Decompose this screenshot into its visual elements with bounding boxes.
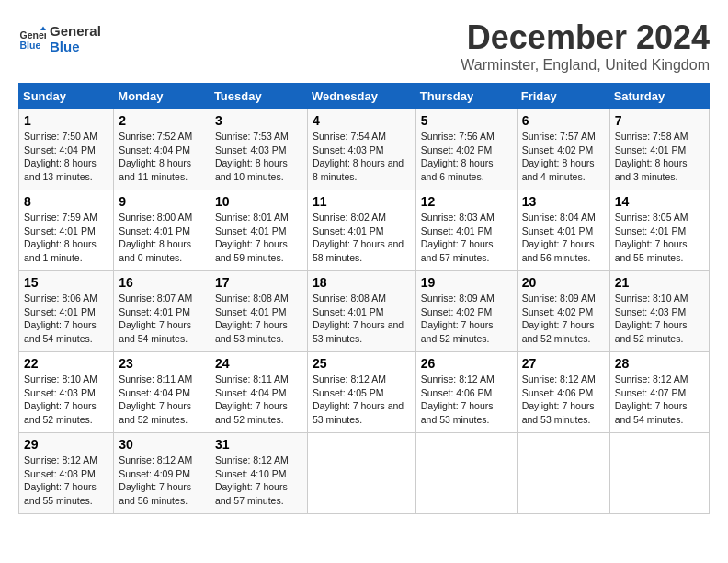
table-row: 14 Sunrise: 8:05 AMSunset: 4:01 PMDaylig… — [609, 190, 709, 271]
day-number: 18 — [313, 275, 411, 290]
day-info: Sunrise: 8:12 AMSunset: 4:06 PMDaylight:… — [522, 373, 596, 425]
day-number: 26 — [421, 356, 512, 371]
calendar-week-row: 15 Sunrise: 8:06 AMSunset: 4:01 PMDaylig… — [19, 271, 710, 352]
table-row — [609, 433, 709, 514]
day-info: Sunrise: 8:03 AMSunset: 4:01 PMDaylight:… — [421, 212, 495, 263]
day-number: 12 — [421, 194, 512, 209]
day-info: Sunrise: 8:12 AMSunset: 4:09 PMDaylight:… — [119, 454, 192, 506]
table-row: 28 Sunrise: 8:12 AMSunset: 4:07 PMDaylig… — [609, 352, 709, 433]
day-info: Sunrise: 7:54 AMSunset: 4:03 PMDaylight:… — [313, 131, 404, 182]
col-saturday: Saturday — [609, 84, 709, 109]
table-row: 13 Sunrise: 8:04 AMSunset: 4:01 PMDaylig… — [517, 190, 609, 271]
day-number: 29 — [24, 437, 108, 452]
day-info: Sunrise: 8:07 AMSunset: 4:01 PMDaylight:… — [119, 293, 192, 344]
logo-line2: Blue — [50, 39, 101, 54]
day-info: Sunrise: 8:00 AMSunset: 4:01 PMDaylight:… — [119, 212, 192, 263]
table-row: 3 Sunrise: 7:53 AMSunset: 4:03 PMDayligh… — [210, 109, 307, 190]
table-row: 8 Sunrise: 7:59 AMSunset: 4:01 PMDayligh… — [19, 190, 114, 271]
table-row: 9 Sunrise: 8:00 AMSunset: 4:01 PMDayligh… — [114, 190, 210, 271]
logo-line1: General — [50, 23, 101, 39]
svg-text:Blue: Blue — [20, 40, 41, 51]
day-number: 20 — [522, 275, 605, 290]
day-number: 1 — [24, 113, 108, 128]
day-info: Sunrise: 8:04 AMSunset: 4:01 PMDaylight:… — [522, 212, 596, 263]
day-info: Sunrise: 8:01 AMSunset: 4:01 PMDaylight:… — [215, 212, 289, 263]
day-number: 4 — [313, 113, 411, 128]
table-row: 25 Sunrise: 8:12 AMSunset: 4:05 PMDaylig… — [307, 352, 415, 433]
day-number: 6 — [522, 113, 605, 128]
day-info: Sunrise: 8:12 AMSunset: 4:07 PMDaylight:… — [615, 373, 688, 425]
table-row: 10 Sunrise: 8:01 AMSunset: 4:01 PMDaylig… — [210, 190, 307, 271]
table-row: 7 Sunrise: 7:58 AMSunset: 4:01 PMDayligh… — [609, 109, 709, 190]
day-info: Sunrise: 8:08 AMSunset: 4:01 PMDaylight:… — [313, 293, 404, 344]
title-section: December 2024 Warminster, England, Unite… — [461, 18, 710, 74]
day-number: 3 — [215, 113, 302, 128]
day-info: Sunrise: 8:09 AMSunset: 4:02 PMDaylight:… — [522, 293, 596, 344]
table-row: 18 Sunrise: 8:08 AMSunset: 4:01 PMDaylig… — [307, 271, 415, 352]
day-info: Sunrise: 8:05 AMSunset: 4:01 PMDaylight:… — [615, 212, 688, 263]
day-number: 23 — [119, 356, 205, 371]
day-number: 14 — [615, 194, 704, 209]
day-info: Sunrise: 7:59 AMSunset: 4:01 PMDaylight:… — [24, 212, 97, 263]
table-row: 2 Sunrise: 7:52 AMSunset: 4:04 PMDayligh… — [114, 109, 210, 190]
table-row: 22 Sunrise: 8:10 AMSunset: 4:03 PMDaylig… — [19, 352, 114, 433]
day-number: 28 — [615, 356, 704, 371]
day-info: Sunrise: 8:09 AMSunset: 4:02 PMDaylight:… — [421, 293, 495, 344]
day-info: Sunrise: 8:11 AMSunset: 4:04 PMDaylight:… — [215, 373, 289, 425]
calendar-week-row: 8 Sunrise: 7:59 AMSunset: 4:01 PMDayligh… — [19, 190, 710, 271]
day-info: Sunrise: 8:12 AMSunset: 4:08 PMDaylight:… — [24, 454, 97, 506]
day-number: 9 — [119, 194, 205, 209]
table-row: 4 Sunrise: 7:54 AMSunset: 4:03 PMDayligh… — [307, 109, 415, 190]
day-info: Sunrise: 8:12 AMSunset: 4:05 PMDaylight:… — [313, 373, 404, 425]
table-row: 30 Sunrise: 8:12 AMSunset: 4:09 PMDaylig… — [114, 433, 210, 514]
calendar-week-row: 29 Sunrise: 8:12 AMSunset: 4:08 PMDaylig… — [19, 433, 710, 514]
page-title: December 2024 — [461, 18, 710, 57]
day-info: Sunrise: 8:08 AMSunset: 4:01 PMDaylight:… — [215, 293, 289, 344]
logo: General Blue General Blue — [18, 23, 101, 54]
day-number: 8 — [24, 194, 108, 209]
logo-icon: General Blue — [18, 25, 46, 52]
table-row: 16 Sunrise: 8:07 AMSunset: 4:01 PMDaylig… — [114, 271, 210, 352]
header-row: Sunday Monday Tuesday Wednesday Thursday… — [19, 84, 710, 109]
col-friday: Friday — [517, 84, 609, 109]
table-row: 21 Sunrise: 8:10 AMSunset: 4:03 PMDaylig… — [609, 271, 709, 352]
day-number: 13 — [522, 194, 605, 209]
table-row: 27 Sunrise: 8:12 AMSunset: 4:06 PMDaylig… — [517, 352, 609, 433]
table-row — [415, 433, 517, 514]
day-info: Sunrise: 8:11 AMSunset: 4:04 PMDaylight:… — [119, 373, 192, 425]
day-info: Sunrise: 7:50 AMSunset: 4:04 PMDaylight:… — [24, 131, 97, 182]
day-number: 30 — [119, 437, 205, 452]
day-number: 19 — [421, 275, 512, 290]
table-row: 17 Sunrise: 8:08 AMSunset: 4:01 PMDaylig… — [210, 271, 307, 352]
day-info: Sunrise: 8:02 AMSunset: 4:01 PMDaylight:… — [313, 212, 404, 263]
day-number: 17 — [215, 275, 302, 290]
col-thursday: Thursday — [415, 84, 517, 109]
table-row: 26 Sunrise: 8:12 AMSunset: 4:06 PMDaylig… — [415, 352, 517, 433]
day-number: 25 — [313, 356, 411, 371]
day-number: 7 — [615, 113, 704, 128]
day-number: 10 — [215, 194, 302, 209]
day-info: Sunrise: 7:58 AMSunset: 4:01 PMDaylight:… — [615, 131, 688, 182]
table-row — [517, 433, 609, 514]
table-row: 31 Sunrise: 8:12 AMSunset: 4:10 PMDaylig… — [210, 433, 307, 514]
day-number: 27 — [522, 356, 605, 371]
table-row: 24 Sunrise: 8:11 AMSunset: 4:04 PMDaylig… — [210, 352, 307, 433]
table-row: 6 Sunrise: 7:57 AMSunset: 4:02 PMDayligh… — [517, 109, 609, 190]
table-row — [307, 433, 415, 514]
day-info: Sunrise: 8:06 AMSunset: 4:01 PMDaylight:… — [24, 293, 97, 344]
table-row: 1 Sunrise: 7:50 AMSunset: 4:04 PMDayligh… — [19, 109, 114, 190]
day-number: 22 — [24, 356, 108, 371]
col-wednesday: Wednesday — [307, 84, 415, 109]
day-info: Sunrise: 8:10 AMSunset: 4:03 PMDaylight:… — [615, 293, 688, 344]
day-number: 11 — [313, 194, 411, 209]
table-row: 11 Sunrise: 8:02 AMSunset: 4:01 PMDaylig… — [307, 190, 415, 271]
table-row: 20 Sunrise: 8:09 AMSunset: 4:02 PMDaylig… — [517, 271, 609, 352]
table-row: 23 Sunrise: 8:11 AMSunset: 4:04 PMDaylig… — [114, 352, 210, 433]
table-row: 19 Sunrise: 8:09 AMSunset: 4:02 PMDaylig… — [415, 271, 517, 352]
table-row: 12 Sunrise: 8:03 AMSunset: 4:01 PMDaylig… — [415, 190, 517, 271]
day-info: Sunrise: 7:52 AMSunset: 4:04 PMDaylight:… — [119, 131, 192, 182]
day-number: 24 — [215, 356, 302, 371]
day-number: 31 — [215, 437, 302, 452]
day-info: Sunrise: 7:53 AMSunset: 4:03 PMDaylight:… — [215, 131, 289, 182]
day-info: Sunrise: 8:12 AMSunset: 4:06 PMDaylight:… — [421, 373, 495, 425]
